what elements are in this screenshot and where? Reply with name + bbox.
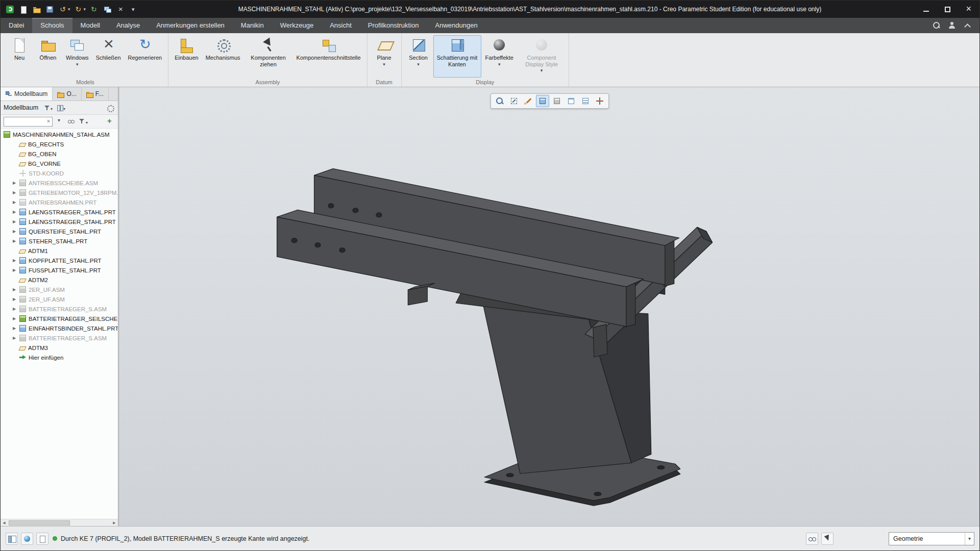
tree-item[interactable]: QUERSTEIFE_STAHL.PRT	[1, 227, 118, 236]
tree-item[interactable]: FUSSPLATTE_STAHL.PRT	[1, 265, 118, 275]
tree-item[interactable]: STD-KOORD	[1, 168, 118, 178]
window-control-button[interactable]	[958, 1, 979, 18]
panel-tab[interactable]: Modellbaum	[1, 87, 53, 101]
tree-search-button[interactable]	[77, 116, 89, 127]
expand-arrow-icon[interactable]	[13, 333, 19, 343]
status-tool-button[interactable]	[6, 533, 18, 545]
tree-item[interactable]: KOPFPLATTE_STAHL.PRT	[1, 256, 118, 265]
ribbon-tab[interactable]: Schools	[32, 18, 72, 33]
ribbon-tab[interactable]: Werkzeuge	[272, 18, 322, 33]
schliessen-button[interactable]: Schließen	[93, 35, 124, 78]
tree-header-button[interactable]	[42, 102, 54, 113]
window-control-button[interactable]	[937, 1, 958, 18]
tree-item[interactable]: Hier einfügen	[1, 353, 118, 362]
expand-arrow-icon[interactable]	[13, 207, 19, 217]
graphics-viewport[interactable]	[119, 87, 979, 526]
ribbon-tool-button[interactable]	[963, 21, 971, 30]
komponentenschnittstelle-button[interactable]: Komponentenschnittstelle	[293, 35, 364, 78]
expand-arrow-icon[interactable]	[13, 149, 19, 159]
expand-arrow-icon[interactable]	[13, 323, 19, 333]
tree-search-button[interactable]	[66, 117, 76, 126]
qat-button[interactable]	[31, 3, 43, 15]
expand-arrow-icon[interactable]	[13, 246, 19, 256]
ribbon-tool-button[interactable]	[933, 21, 941, 30]
tree-item[interactable]: LAENGSTRAEGER_STAHL.PRT	[1, 207, 118, 217]
tree-item[interactable]: ANTRIEBSRAHMEN.PRT	[1, 197, 118, 207]
panel-tab[interactable]: O...	[53, 87, 81, 101]
regenerieren-button[interactable]: Regenerieren	[125, 35, 165, 78]
panel-tab[interactable]: F...	[82, 87, 109, 101]
clear-search-icon[interactable]	[45, 117, 52, 126]
3d-model[interactable]	[277, 169, 713, 506]
graphics-area[interactable]	[119, 87, 979, 526]
qat-button[interactable]	[129, 3, 140, 15]
tree-item[interactable]: MASCHINENRAHMEN_STAHL.ASM	[1, 130, 118, 139]
expand-arrow-icon[interactable]	[13, 188, 19, 197]
scroll-right-icon[interactable]	[111, 519, 118, 527]
component-display-style-button[interactable]: Component Display Style	[518, 35, 566, 78]
expand-arrow-icon[interactable]	[13, 139, 19, 149]
selection-filter-dropdown[interactable]: Geometrie	[889, 532, 974, 545]
tree-item[interactable]: ADTM2	[1, 275, 118, 285]
expand-arrow-icon[interactable]	[13, 343, 19, 353]
tree-item[interactable]: BATTERIETRAEGER_S.ASM	[1, 333, 118, 343]
status-tool-button[interactable]	[36, 533, 48, 545]
expand-arrow-icon[interactable]	[13, 217, 19, 227]
tree-item[interactable]: BG_RECHTS	[1, 139, 118, 149]
status-tool-button[interactable]	[806, 533, 818, 545]
scroll-left-icon[interactable]	[1, 519, 8, 527]
expand-arrow-icon[interactable]	[13, 168, 19, 178]
graphics-toolbar-button[interactable]	[593, 95, 606, 107]
graphics-toolbar-button[interactable]	[507, 95, 521, 107]
tree-search-input[interactable]	[4, 118, 45, 124]
expand-arrow-icon[interactable]	[13, 304, 19, 314]
qat-button[interactable]	[58, 3, 72, 15]
expand-arrow-icon[interactable]	[13, 353, 19, 362]
expand-arrow-icon[interactable]	[13, 265, 19, 275]
tree-item[interactable]: BG_OBEN	[1, 149, 118, 159]
qat-button[interactable]	[18, 3, 30, 15]
title-bar[interactable]: MASCHINENRAHMEN_STAHL (Aktiv) C:\proe_pr…	[1, 1, 979, 18]
tree-item[interactable]: BATTERIETRAEGER_S.ASM	[1, 304, 118, 314]
expand-arrow-icon[interactable]	[13, 294, 19, 304]
komponenten-ziehen-button[interactable]: Komponenten ziehen	[244, 35, 292, 78]
tree-item[interactable]: BG_VORNE	[1, 159, 118, 168]
scrollbar-thumb[interactable]	[9, 520, 70, 525]
expand-arrow-icon[interactable]	[13, 197, 19, 207]
ribbon-tab[interactable]: Anwendungen	[427, 18, 486, 33]
tree-item[interactable]: 2ER_UF.ASM	[1, 294, 118, 304]
tree-item[interactable]: ADTM1	[1, 246, 118, 256]
graphics-toolbar-button[interactable]	[550, 95, 564, 107]
plane-button[interactable]: Plane	[371, 35, 398, 78]
tree-item[interactable]: STEHER_STAHL.PRT	[1, 236, 118, 246]
einbauen-button[interactable]: Einbauen	[172, 35, 202, 78]
expand-arrow-icon[interactable]	[13, 314, 19, 323]
qat-button[interactable]	[102, 3, 114, 15]
ribbon-tool-button[interactable]	[948, 21, 956, 30]
ribbon-tab[interactable]: Ansicht	[322, 18, 360, 33]
tree-item[interactable]: BATTERIETRAEGER_SEILSCHEIBE_S.ASM	[1, 314, 118, 323]
schattierung-mit-kanten-button[interactable]: Schattierung mit Kanten	[433, 35, 481, 78]
farbeffekte-button[interactable]: Farbeffekte	[482, 35, 517, 78]
ribbon-tab[interactable]: Anmerkungen erstellen	[148, 18, 233, 33]
ribbon-tab[interactable]: Modell	[72, 18, 108, 33]
graphics-toolbar-button[interactable]	[565, 95, 578, 107]
qat-button[interactable]	[5, 3, 16, 15]
ribbon-tab[interactable]: Datei	[1, 18, 32, 33]
qat-button[interactable]	[74, 3, 88, 15]
graphics-toolbar-button[interactable]	[536, 95, 549, 107]
ribbon-tab[interactable]: Analyse	[108, 18, 148, 33]
tree-search-button[interactable]	[55, 117, 65, 126]
expand-arrow-icon[interactable]	[13, 159, 19, 168]
status-tool-button[interactable]	[21, 533, 33, 545]
ribbon-tab[interactable]: Manikin	[233, 18, 272, 33]
graphics-toolbar-button[interactable]	[493, 95, 506, 107]
tree-item[interactable]: 2ER_UF.ASM	[1, 285, 118, 294]
expand-arrow-icon[interactable]	[13, 236, 19, 246]
tree-item[interactable]: LAENGSTRAEGER_STAHL.PRT	[1, 217, 118, 227]
oeffnen-button[interactable]: Öffnen	[34, 35, 62, 78]
expand-arrow-icon[interactable]	[13, 285, 19, 294]
expand-arrow-icon[interactable]	[13, 178, 19, 188]
section-button[interactable]: Section	[405, 35, 432, 78]
graphics-toolbar-button[interactable]	[522, 95, 535, 107]
